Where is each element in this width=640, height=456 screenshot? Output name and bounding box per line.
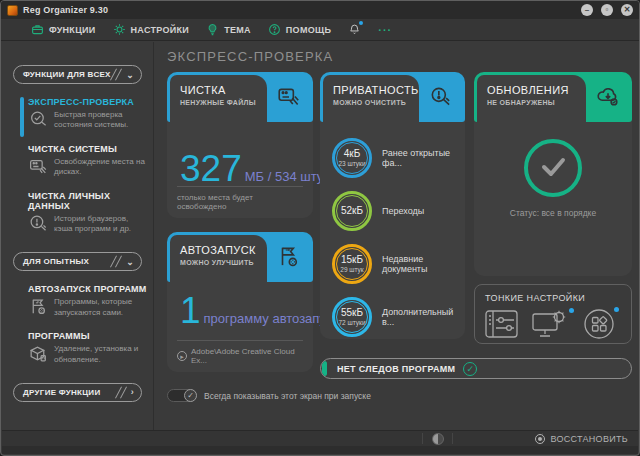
card-body: 4кБ 23 штуки Ранее открытые фа... 52кБ П…: [320, 122, 465, 339]
autorun-flag-icon: [28, 296, 49, 317]
programs-box-icon: [28, 343, 49, 364]
notification-dot: [614, 307, 619, 312]
menu-item-help[interactable]: ПОМОЩЬ: [268, 23, 331, 36]
sidebar-item-programs[interactable]: ПРОГРАММЫ Удаление, установка и обновлен…: [28, 331, 149, 365]
window-title: Reg Organizer 9.30: [23, 5, 573, 15]
menu-item-settings[interactable]: НАСТРОЙКИ: [113, 23, 190, 36]
cleanup-size-value: 327: [180, 148, 242, 189]
check-circle-icon: ✓: [463, 362, 477, 376]
content-area: ФУНКЦИИ ДЛЯ ВСЕХ ⌄ ЭКСПРЕСС-ПРОВЕРКА Быс…: [1, 42, 639, 430]
updates-card[interactable]: ОБНОВЛЕНИЯ НЕ ОБНАРУЖЕНЫ Статус: все в п…: [474, 72, 632, 276]
privacy-sweep-icon: [428, 84, 454, 110]
traces-accent: [322, 361, 327, 376]
statusbar-divider: [422, 433, 423, 444]
express-check-icon: [28, 109, 49, 130]
card-header: АВТОЗАПУСК МОЖНО УЛУЧШИТЬ: [170, 235, 267, 282]
startup-toggle-label: Всегда показывать этот экран при запуске: [204, 391, 371, 401]
menu-item-theme[interactable]: ТЕМА: [206, 23, 251, 36]
ring-inner: [336, 195, 368, 227]
card-header: ОБНОВЛЕНИЯ НЕ ОБНАРУЖЕНЫ: [477, 75, 586, 122]
autorun-flag-icon: [276, 244, 302, 270]
app-window: Reg Organizer 9.30 – ▫ ✕ ФУНКЦИИ НАСТРОЙ…: [0, 0, 640, 456]
ring-inner: [336, 301, 368, 333]
chevron-down-icon: ⌄: [126, 257, 134, 267]
notification-dot: [359, 21, 363, 25]
theme-toggle-icon[interactable]: [432, 433, 444, 445]
updates-status-ring: [524, 139, 582, 197]
statusbar-divider: [452, 433, 453, 444]
cloud-download-icon: [595, 84, 621, 110]
group-advanced[interactable]: ДЛЯ ОПЫТНЫХ ⌄: [13, 252, 142, 271]
sidebar-item-express-check[interactable]: ЭКСПРЕСС-ПРОВЕРКА Быстрая проверка состо…: [28, 97, 149, 131]
titlebar: Reg Organizer 9.30 – ▫ ✕: [1, 1, 639, 19]
window-frame-bottom: [2, 446, 638, 454]
restore-icon: [535, 434, 545, 444]
toggle-knob-check-icon: ✓: [184, 389, 197, 402]
sliders-icon[interactable]: [485, 310, 519, 342]
maximize-button[interactable]: ▫: [601, 4, 613, 16]
selection-indicator: [20, 97, 24, 137]
bell-icon: [348, 23, 361, 36]
card-header: ЧИСТКА НЕНУЖНЫЕ ФАЙЛЫ: [170, 75, 267, 122]
minimize-button[interactable]: –: [581, 4, 593, 16]
privacy-ring-row[interactable]: 55кБ 72 штуки Дополнительный в...: [320, 297, 465, 337]
system-gear-icon[interactable]: [532, 309, 570, 343]
sidebar: ФУНКЦИИ ДЛЯ ВСЕХ ⌄ ЭКСПРЕСС-ПРОВЕРКА Быс…: [1, 42, 154, 430]
autorun-footer[interactable]: ▸ Adobe\Adobe Creative Cloud Ex...: [177, 340, 303, 365]
startup-toggle-row: ✓ Всегда показывать этот экран при запус…: [167, 389, 371, 402]
cleanup-brush-icon: [276, 84, 302, 110]
notification-dot: [569, 308, 574, 313]
privacy-ring-row[interactable]: 52кБ Переходы: [320, 191, 465, 231]
no-traces-bar[interactable]: НЕТ СЛЕДОВ ПРОГРАММ ✓: [320, 358, 632, 379]
sidebar-item-private-data[interactable]: ЧИСТКА ЛИЧНЫХ ДАННЫХ Истории браузеров, …: [28, 191, 149, 235]
cleanup-footer: столько места будет освобождено: [177, 186, 303, 211]
chevron-down-icon: ⌄: [126, 70, 134, 80]
menubar: ФУНКЦИИ НАСТРОЙКИ ТЕМА ПОМОЩЬ ···: [1, 19, 639, 41]
pill-decoration: [115, 256, 122, 268]
card-header: ПРИВАТНОСТЬ МОЖНО ОЧИСТИТЬ: [323, 75, 419, 122]
privacy-ring-row[interactable]: 15кБ 29 штук Недавние документы: [320, 244, 465, 284]
autorun-card[interactable]: АВТОЗАПУСК МОЖНО УЛУЧШИТЬ 1программу авт…: [167, 232, 313, 372]
notifications-button[interactable]: [348, 23, 361, 36]
gear-icon: [113, 23, 126, 36]
chevron-right-icon: ›: [131, 387, 134, 397]
main-panel: ЭКСПРЕСС-ПРОВЕРКА ЧИСТКА НЕНУЖНЫЕ ФАЙЛЫ …: [155, 42, 639, 430]
ring-inner: [336, 248, 368, 280]
menu-more-button[interactable]: ···: [378, 24, 392, 36]
card-body: 1программу автозапуска ▸ Adobe\Adobe Cre…: [167, 282, 313, 372]
restore-button[interactable]: ВОССТАНОВИТЬ: [535, 431, 628, 447]
card-body: 327МБ / 534 штуки столько места будет ос…: [167, 122, 313, 218]
fine-tweaks-title: ТОНКИЕ НАСТРОЙКИ: [485, 293, 631, 303]
privacy-ring-row[interactable]: 4кБ 23 штуки Ранее открытые фа...: [320, 138, 465, 178]
privacy-ring: 15кБ 29 штук: [332, 244, 372, 284]
system-cleanup-icon: [28, 156, 49, 177]
page-title: ЭКСПРЕСС-ПРОВЕРКА: [167, 49, 333, 64]
card-body: Статус: все в порядке: [474, 122, 632, 276]
privacy-ring: 55кБ 72 штуки: [332, 297, 372, 337]
privacy-ring: 52кБ: [332, 191, 372, 231]
statusbar: ВОССТАНОВИТЬ: [2, 430, 638, 446]
group-functions-for-all[interactable]: ФУНКЦИИ ДЛЯ ВСЕХ ⌄: [13, 65, 142, 84]
ring-inner: [336, 142, 368, 174]
check-icon: [536, 149, 570, 187]
menu-item-functions[interactable]: ФУНКЦИИ: [31, 23, 96, 36]
briefcase-icon: [31, 23, 44, 36]
updates-status-text: Статус: все в порядке: [474, 208, 632, 218]
sidebar-item-system-cleanup[interactable]: ЧИСТКА СИСТЕМЫ Освобождение места на дис…: [28, 144, 149, 178]
app-logo-icon: [7, 5, 18, 16]
group-other-functions[interactable]: ДРУГИЕ ФУНКЦИИ ›: [13, 383, 142, 402]
privacy-card[interactable]: ПРИВАТНОСТЬ МОЖНО ОЧИСТИТЬ 4кБ 23 штуки …: [320, 72, 465, 339]
cleanup-card[interactable]: ЧИСТКА НЕНУЖНЫЕ ФАЙЛЫ 327МБ / 534 штуки …: [167, 72, 313, 218]
program-icon: ▸: [177, 351, 187, 361]
privacy-ring: 4кБ 23 штуки: [332, 138, 372, 178]
fine-tweaks-card[interactable]: ТОНКИЕ НАСТРОЙКИ: [474, 284, 632, 344]
autorun-count-value: 1: [180, 290, 201, 331]
private-data-icon: [28, 213, 49, 234]
startup-toggle[interactable]: ✓: [167, 389, 197, 402]
lamp-icon: [206, 23, 219, 36]
sidebar-item-autorun[interactable]: АВТОЗАПУСК ПРОГРАММ Программы, которые з…: [28, 284, 149, 318]
app-shapes-icon[interactable]: [583, 308, 615, 344]
help-icon: [268, 23, 281, 36]
close-button[interactable]: ✕: [621, 4, 633, 16]
